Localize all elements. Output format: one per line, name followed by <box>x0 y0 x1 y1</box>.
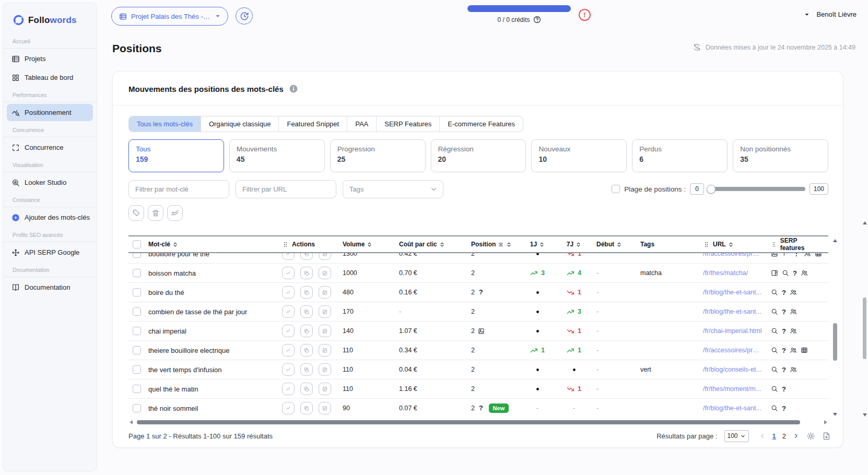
scroll-left-arrow[interactable] <box>130 420 133 424</box>
stat-card-non-positionnes[interactable]: Non positionnés35 <box>733 139 828 172</box>
row-copy-button[interactable] <box>300 325 313 337</box>
column-header-start[interactable]: Début <box>592 236 636 252</box>
sidebar-item-projets[interactable]: Projets <box>7 50 93 67</box>
table-row[interactable]: chai imperial1401.07 €21-/fr/chai-imperi… <box>128 322 828 341</box>
stat-card-nouveaux[interactable]: Nouveaux10 <box>531 139 627 172</box>
scrollbar-thumb[interactable] <box>137 420 800 424</box>
sidebar-item-api-serp-google[interactable]: API SERP Google <box>7 244 93 261</box>
page-number-2[interactable]: 2 <box>782 432 786 440</box>
row-edit-button[interactable] <box>319 325 331 337</box>
column-header-d7[interactable]: 7J <box>556 236 592 252</box>
scroll-up-arrow[interactable] <box>863 221 867 224</box>
select-all-checkbox[interactable] <box>133 240 141 248</box>
project-selector[interactable]: Projet Palais des Thés - ... <box>111 7 228 26</box>
row-chart-button[interactable] <box>282 325 295 337</box>
user-menu[interactable]: Benoît Lièvre <box>803 10 857 18</box>
row-checkbox[interactable] <box>133 327 141 335</box>
stat-card-progression[interactable]: Progression25 <box>330 139 426 172</box>
row-chart-button[interactable] <box>282 253 295 260</box>
row-copy-button[interactable] <box>300 363 313 376</box>
row-edit-button[interactable] <box>319 267 331 279</box>
slider-handle[interactable] <box>707 185 715 194</box>
column-header-cpc[interactable]: Coût par clic <box>395 236 467 252</box>
row-copy-button[interactable] <box>300 305 313 318</box>
table-row[interactable]: quel thé le matin1101.16 €21-/fr/thes/mo… <box>128 379 828 399</box>
help-question-icon[interactable] <box>533 16 541 23</box>
sidebar-item-concurrence[interactable]: Concurrence <box>7 139 93 156</box>
url-link[interactable]: /fr/blog/conseils-et... <box>703 366 761 373</box>
row-chart-button[interactable] <box>282 344 295 357</box>
range-min-input[interactable] <box>690 183 704 195</box>
previous-page-chevron[interactable] <box>759 432 766 440</box>
table-row[interactable]: bouilloire pour le thé13000.42 €21/fr/ac… <box>128 253 828 264</box>
url-link[interactable]: /fr/chai-imperial.html <box>703 327 762 335</box>
next-page-chevron[interactable] <box>792 432 800 440</box>
stat-card-perdus[interactable]: Perdus6 <box>632 139 728 172</box>
table-horizontal-scrollbar[interactable] <box>128 419 828 425</box>
row-checkbox[interactable] <box>133 385 141 393</box>
column-header-url[interactable]: URL <box>699 236 767 252</box>
compare-rows-button[interactable] <box>167 205 183 221</box>
url-link[interactable]: /fr/thes/matcha/ <box>703 269 748 277</box>
row-edit-button[interactable] <box>319 344 331 357</box>
tab-paa[interactable]: PAA <box>347 116 377 132</box>
column-header-d1[interactable]: 1J <box>519 236 556 252</box>
row-checkbox[interactable] <box>133 269 141 277</box>
table-row[interactable]: boire du thé4800.16 €2?1-/fr/blog/the-et… <box>128 283 828 302</box>
per-page-select[interactable]: 100 <box>724 430 749 442</box>
page-number-1[interactable]: 1 <box>772 432 776 440</box>
row-edit-button[interactable] <box>319 383 331 395</box>
url-link[interactable]: /fr/blog/the-et-sant... <box>703 289 761 296</box>
table-row[interactable]: theiere bouilloire electrique1100.34 €21… <box>128 341 828 360</box>
sidebar-item-positionnement[interactable]: Positionnement <box>7 104 93 121</box>
url-link[interactable]: /fr/thes/moment/m... <box>703 385 761 393</box>
sidebar-item-looker-studio[interactable]: Looker Studio <box>7 174 93 191</box>
column-header-keyword[interactable]: Mot-clé <box>144 236 278 252</box>
tab-tous-les-mots-cles[interactable]: Tous les mots-clés <box>129 116 201 132</box>
row-checkbox[interactable] <box>133 307 141 316</box>
url-link[interactable]: /fr/accessoires/prep... <box>703 253 763 257</box>
row-chart-button[interactable] <box>282 363 295 376</box>
scroll-down-arrow[interactable] <box>833 413 837 416</box>
row-checkbox[interactable] <box>133 365 141 374</box>
url-filter-input[interactable] <box>236 181 336 198</box>
sidebar-item-ajouter-des-mots-cles[interactable]: Ajouter des mots-clés <box>7 209 93 226</box>
row-checkbox[interactable] <box>133 404 141 412</box>
settings-gear-icon[interactable] <box>806 432 815 441</box>
row-edit-button[interactable] <box>319 286 331 299</box>
row-copy-button[interactable] <box>300 402 313 414</box>
stat-card-regression[interactable]: Régression20 <box>431 139 526 172</box>
keyword-filter-input[interactable] <box>129 181 229 198</box>
stat-card-tous[interactable]: Tous159 <box>128 139 224 172</box>
history-refresh-button[interactable] <box>236 7 253 25</box>
sidebar-item-tableau-de-bord[interactable]: Tableau de bord <box>7 69 93 86</box>
tab-serp-features[interactable]: SERP Features <box>377 116 440 132</box>
row-copy-button[interactable] <box>300 344 313 357</box>
url-link[interactable]: /fr/blog/the-et-sant... <box>703 308 761 315</box>
row-copy-button[interactable] <box>300 267 313 279</box>
table-row[interactable]: thé noir sommeil900.07 €2?New---/fr/blog… <box>128 399 828 417</box>
row-copy-button[interactable] <box>300 286 313 299</box>
table-vertical-scrollbar[interactable] <box>832 238 838 417</box>
tab-featured-snippet[interactable]: Featured Snippet <box>279 116 347 132</box>
row-edit-button[interactable] <box>319 363 331 376</box>
scrollbar-thumb[interactable] <box>833 323 837 361</box>
stat-card-mouvements[interactable]: Mouvements45 <box>229 139 325 172</box>
export-icon[interactable] <box>822 432 831 441</box>
row-copy-button[interactable] <box>300 253 313 260</box>
position-range-checkbox[interactable] <box>612 185 620 193</box>
row-checkbox[interactable] <box>133 346 141 354</box>
url-link[interactable]: /fr/accessoires/prep... <box>703 347 763 354</box>
url-link[interactable]: /fr/blog/the-et-sant... <box>703 405 761 412</box>
tags-select[interactable]: Tags <box>343 180 443 198</box>
alert-icon[interactable]: ! <box>579 9 591 21</box>
row-edit-button[interactable] <box>319 402 331 414</box>
tab-e-commerce-features[interactable]: E-commerce Features <box>440 116 523 132</box>
page-scrollbar[interactable] <box>862 0 867 475</box>
row-edit-button[interactable] <box>319 305 331 318</box>
scroll-up-arrow[interactable] <box>833 239 837 242</box>
scroll-right-arrow[interactable] <box>824 420 827 424</box>
column-header-position[interactable]: Position <box>467 236 519 252</box>
scrollbar-thumb[interactable] <box>863 298 866 359</box>
scroll-down-arrow[interactable] <box>863 413 867 417</box>
